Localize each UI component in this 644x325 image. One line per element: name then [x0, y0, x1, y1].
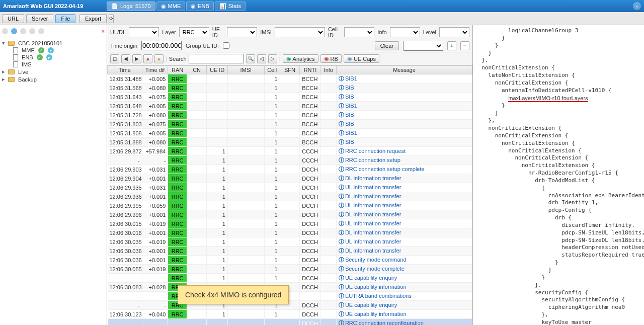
col-ue-id[interactable]: UE ID — [207, 66, 228, 74]
log-row[interactable]: 12:06:30.035+0.019RRC11DCCHⓘUL informati… — [108, 237, 472, 247]
rb-button[interactable]: ◉RB — [320, 54, 342, 63]
export-button[interactable]: Export — [79, 14, 107, 23]
dot-icon[interactable] — [20, 28, 26, 34]
log-row[interactable]: 12:06:29.935+0.031RRC11DCCHⓘUL informati… — [108, 183, 472, 192]
col-info[interactable]: Info — [320, 66, 336, 74]
log-row[interactable]: 12:05:31.888+0.080RRC1BCCHⓘSIB — [108, 138, 472, 147]
log-row[interactable]: 12:06:30.083+0.028RRC11DCCHⓘUE capabilit… — [108, 283, 472, 292]
caution-icon[interactable]: ▲ — [154, 54, 164, 63]
add-button[interactable]: + — [447, 41, 456, 50]
group-ueid-checkbox[interactable] — [223, 42, 229, 49]
col-message[interactable]: Message — [336, 66, 472, 74]
col-time-dif[interactable]: Time dif — [142, 66, 168, 74]
check-icon: ✓ — [37, 54, 43, 60]
tab-stats[interactable]: 📊Stats — [215, 2, 246, 11]
tab-enb[interactable]: ◉ENB — [186, 2, 214, 11]
log-row[interactable]: 12:06:29.936+0.001RRC11DCCHⓘDL informati… — [108, 192, 472, 201]
close-icon[interactable]: × — [102, 28, 105, 34]
prev-icon[interactable]: ◀ — [121, 54, 130, 63]
col-imsi[interactable]: IMSI — [227, 66, 264, 74]
log-grid-wrap[interactable]: TimeTime difRANCNUE IDIMSICellSFNRNTIInf… — [107, 65, 472, 325]
action-bar: ◻ ◀ ▶ ▲ ▲ | Search 🔍 ◁ ▷ | ◉Analytics ◉R… — [107, 52, 472, 65]
level-select[interactable] — [439, 27, 469, 37]
search-icon[interactable]: 🔍 — [246, 54, 255, 63]
search-next-icon[interactable]: ▷ — [268, 54, 277, 63]
callout-tooltip: Check 4x4 MIMO is configured — [178, 285, 289, 304]
log-row[interactable]: 12:05:31.488+0.005RRC1BCCHⓘSIB1 — [108, 74, 472, 84]
warn-icon[interactable]: ▲ — [143, 54, 152, 63]
stop-icon[interactable]: ◻ — [110, 54, 119, 63]
log-row[interactable]: 12:06:29.995+0.059RRC11DCCHⓘUL informati… — [108, 201, 472, 210]
log-row[interactable]: 12:06:29.904+0.001RRC11DCCHⓘDL informati… — [108, 174, 472, 183]
log-row[interactable]: 12:05:31.803+0.075RRC1BCCHⓘSIB — [108, 120, 472, 129]
time-bar: Time origin Group UE ID: Clear + − — [107, 39, 472, 52]
col-cell[interactable]: Cell — [264, 66, 280, 74]
log-panel: UL/DL LayerRRC UE ID IMSI Cell ID Info L… — [107, 25, 473, 325]
info-select[interactable] — [390, 27, 420, 37]
col-cn[interactable]: CN — [187, 66, 206, 74]
analytics-button[interactable]: ◉Analytics — [283, 54, 318, 63]
log-row[interactable]: 12:05:31.643+0.075RRC1BCCHⓘSIB — [108, 93, 472, 102]
next-icon[interactable]: ▶ — [132, 54, 141, 63]
layer-select[interactable]: RRC — [179, 27, 209, 37]
dot-icon[interactable] — [11, 28, 17, 34]
col-sfn[interactable]: SFN — [280, 66, 299, 74]
col-ran[interactable]: RAN — [168, 66, 187, 74]
cellid-select[interactable] — [344, 27, 374, 37]
search-input[interactable] — [189, 54, 244, 63]
play-icon: ▸ — [46, 54, 52, 60]
col-rnti[interactable]: RNTI — [300, 66, 321, 74]
tree-ims[interactable]: IMS — [1, 61, 106, 68]
log-row[interactable]: 12:05:31.568+0.080RRC1BCCHⓘSIB — [108, 84, 472, 93]
log-row[interactable]: --RRC11DCCHⓘUE capability enquiry — [108, 301, 472, 310]
log-row[interactable]: 12:06:30.036+0.001RRC11DCCHⓘSecurity mod… — [108, 256, 472, 265]
uldl-select[interactable] — [129, 27, 159, 37]
log-row[interactable]: 12:05:31.808+0.005RRC1BCCHⓘSIB1 — [108, 129, 472, 138]
log-row[interactable]: 12:06:30.123+0.040RRC11DCCHⓘUE capabilit… — [108, 310, 472, 319]
log-row[interactable]: 12:05:31.728+0.080RRC1BCCHⓘSIB — [108, 111, 472, 120]
log-row[interactable]: --RRC11DCCHⓘUE capability enquiry — [108, 274, 472, 283]
log-row[interactable]: 12:06:30.016+0.001RRC11DCCHⓘDL informati… — [108, 228, 472, 237]
log-row[interactable]: 12:06:30.036+0.001RRC11DCCHⓘDL informati… — [108, 247, 472, 256]
log-row[interactable]: 12:05:31.648+0.005RRC1BCCHⓘSIB1 — [108, 102, 472, 111]
doc-icon — [13, 47, 18, 53]
log-row[interactable]: --RRC11CCCHⓘRRC connection setup — [108, 156, 472, 165]
log-row[interactable]: 12:06:29.996+0.001RRC11DCCHⓘDL informati… — [108, 210, 472, 219]
tree-mme[interactable]: MME ✓ ▸ — [1, 47, 106, 54]
search-prev-icon[interactable]: ◁ — [257, 54, 266, 63]
source-toolbar: URL Server File Export ⟳ — [0, 12, 644, 25]
detail-pane[interactable]: logicalChannelGroup 3 } } } }, nonCritic… — [473, 25, 644, 325]
clear-select[interactable] — [403, 41, 443, 51]
tree-root[interactable]: ▾ CBC-2021050101 — [1, 39, 106, 47]
dot-icon[interactable] — [38, 28, 44, 34]
log-row[interactable]: 12:06:30.055+0.019RRC11DCCHⓘSecurity mod… — [108, 265, 472, 274]
ueid-label: UE ID — [212, 26, 224, 38]
folder-icon — [8, 77, 15, 82]
ueid-select[interactable] — [227, 27, 257, 37]
imsi-select[interactable] — [275, 27, 325, 37]
top-bar: Amarisoft Web GUI 2022-04-19 📄Logs: 5157… — [0, 0, 644, 12]
refresh-icon[interactable]: ⟳ — [109, 14, 114, 23]
chart-icon: 📊 — [219, 3, 226, 10]
time-origin-input[interactable] — [141, 41, 182, 50]
log-row[interactable]: 12:06:29.903+0.031RRC11DCCHⓘRRC connecti… — [108, 165, 472, 174]
file-button[interactable]: File — [55, 14, 75, 23]
dot-icon[interactable] — [29, 28, 35, 34]
log-row[interactable]: 12:06:30.015+0.019RRC11DCCHⓘUL informati… — [108, 219, 472, 228]
col-time[interactable]: Time — [108, 66, 142, 74]
tab-mme[interactable]: ◉MME — [156, 2, 186, 11]
tree-enb[interactable]: ENB ✓ ▸ — [1, 54, 106, 61]
server-button[interactable]: Server — [26, 14, 53, 23]
log-row[interactable]: --RRCⓘEUTRA band combinations — [108, 292, 472, 301]
log-row[interactable]: 12:06:29.872+57.984RRC11CCCHⓘRRC connect… — [108, 147, 472, 156]
uecaps-button[interactable]: ◉UE Caps — [344, 54, 379, 63]
collapse-button[interactable]: ‹ — [633, 2, 641, 10]
clear-button[interactable]: Clear — [375, 41, 399, 50]
url-button[interactable]: URL — [2, 14, 24, 23]
tab-logs[interactable]: 📄Logs: 51570 — [107, 2, 155, 11]
tree-live[interactable]: ▸ Live — [1, 68, 106, 75]
dot-icon[interactable] — [2, 28, 8, 34]
log-row[interactable]: DCCHⓘRRC connection reconfiguration — [108, 319, 472, 326]
remove-button[interactable]: − — [460, 41, 469, 50]
tree-backup[interactable]: ▸ Backup — [1, 75, 106, 83]
